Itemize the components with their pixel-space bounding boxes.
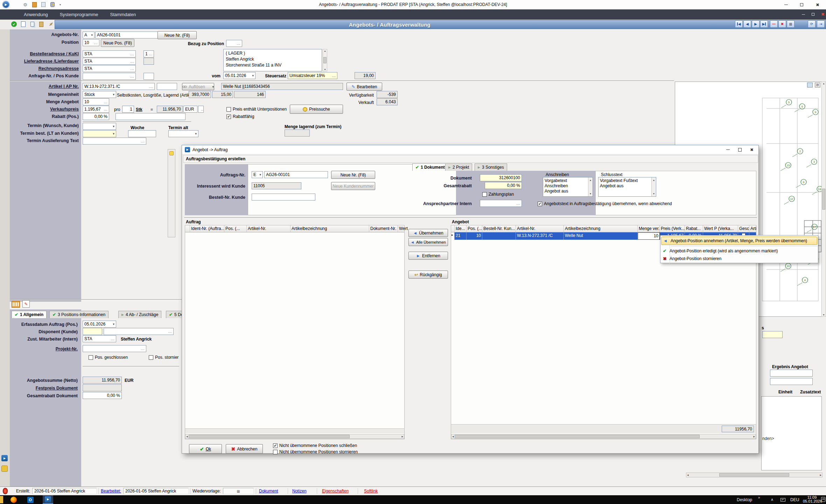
label-festpreis[interactable]: Festpreis Dokument [8,386,78,391]
entfernen-button[interactable]: ►Entfernen [408,252,448,260]
vom-date-input[interactable]: 05.01.2026▾ [223,72,255,79]
paste-icon[interactable] [38,21,45,28]
ergebnis-field-1[interactable] [770,370,813,377]
dialog-neue-nr-button[interactable]: Neue Nr. (F8) [331,171,375,179]
bezug-position-input[interactable]: … [226,40,242,47]
dock-yellow-icon[interactable] [1,465,8,472]
rueckgaengig-button[interactable]: ↩Rückgängig [408,271,448,279]
position-input[interactable]: 10… [83,39,99,46]
anschreiben-box[interactable]: Vorgabetext Anschreiben Angebot aus ▴▾ [543,177,593,197]
copy-icon[interactable] [29,21,36,28]
confirm-icon[interactable]: ✔ [10,21,18,28]
dokument-input[interactable]: 312600100 [480,174,522,181]
wiedervorlage-field[interactable]: ▦ [223,488,254,494]
termin-best-combo[interactable]: ▾ [83,130,116,137]
pos-geschlossen-checkbox[interactable]: Pos. geschlossen [89,355,128,360]
ergebnis-field-2[interactable] [770,378,813,385]
angebots-nr-input[interactable]: AN26-00101… [95,31,165,38]
rabattfaehig-checkbox[interactable]: ✔Rabattfähig [226,114,254,119]
network-icon[interactable] [780,498,785,502]
pos-kunde-input[interactable] [144,73,154,80]
bearbeitet-link[interactable]: Bearbeitet: [101,489,121,493]
tab-positions-informationen[interactable]: ✔3 Positions-Informationen [49,311,108,318]
drawing-image-icon[interactable] [807,83,813,88]
right-yellow-input[interactable] [762,331,783,338]
rabatt-text-input[interactable] [115,113,186,120]
projekt-nr-input[interactable]: … [83,345,146,352]
label-stk[interactable]: Stk [136,107,142,112]
note-icon[interactable] [169,151,174,155]
anfrage-nr-input[interactable]: … [83,73,136,80]
mitarbeiter-input[interactable]: STA… [83,335,116,342]
tab-debitoren[interactable]: ✔5 Debit [166,311,182,318]
nav-first-button[interactable]: ◀ [735,20,743,28]
menge-edit-cell[interactable]: 10 [638,232,660,240]
woche-input[interactable] [128,130,156,137]
remove-record-button[interactable]: — [770,20,778,28]
exit-form-button[interactable]: ⇥ [817,20,825,28]
termin-text-input[interactable]: … [83,138,146,145]
label-artikel[interactable]: Artikel | AP Nr. [9,84,79,89]
new-document-icon[interactable] [20,21,27,28]
nav-last-button[interactable]: ▶ [760,20,768,28]
angebots-nr-prefix-combo[interactable]: A▾ [83,31,94,38]
verkaufspreis-input[interactable]: 1.195,67… [83,106,109,113]
language-indicator[interactable]: DEU [790,497,799,502]
gesamtrabatt-input[interactable]: 0,00 % [485,182,522,189]
drawing-vscrollbar[interactable]: ▴▾ [821,82,826,317]
abbrechen-button[interactable]: ✖Abbrechen [226,444,263,454]
dialog-tab-sonstiges[interactable]: ▶3 Sonstiges [475,163,507,171]
kuki-input[interactable]: 1… [144,50,154,57]
dokument-link[interactable]: Dokument [259,489,278,493]
termin-alt-combo[interactable]: ▾ [168,130,198,137]
mengeneinheit-combo[interactable]: Stück▾ [83,91,116,98]
delete-record-button[interactable]: ✖ [778,20,786,28]
mdi-close-button[interactable]: ✖ [818,11,826,18]
taskbar-outlook-icon[interactable]: O [27,496,34,503]
mdi-minimize-button[interactable] [799,11,808,18]
dialog-maximize-button[interactable] [734,145,746,154]
zahlungsplan-checkbox[interactable]: Zahlungsplan [482,192,514,197]
dialog-title-bar[interactable]: ▶ Angebot -> Auftrag ✖ [182,145,758,154]
notizen-link[interactable]: Notizen [292,489,307,493]
nav-prev-button[interactable]: ◀ [743,20,751,28]
taskbar-firefox-icon[interactable] [10,496,17,503]
drawing-refresh-icon[interactable]: ⟳ [815,83,820,88]
tab-ab-zuschlaege[interactable]: ▶4 Ab- / Zuschläge [118,311,161,318]
angebot-hscrollbar[interactable]: ◂▸ [451,434,756,439]
menu-item-annehmen[interactable]: ◄ Angebot-Position annehmen (Artikel, Me… [661,237,817,245]
label-verkaufspreis[interactable]: Verkaufspreis [9,107,79,112]
disponent-name-input[interactable]: … [104,328,174,335]
bearbeiten-button[interactable]: ✎Bearbeiten [346,83,382,91]
nicht-uebernommene-stornieren-checkbox[interactable]: Nicht übernommene Positionen stornieren [273,449,358,454]
rechnungsadresse-input[interactable]: STA… [83,65,136,72]
currency-field[interactable]: EUR [183,106,197,113]
menu-systemprogramme[interactable]: Systemprogramme [60,12,98,17]
pos-storniert-checkbox[interactable]: Pos. stornier [149,355,182,360]
window-close-button[interactable]: ✖ [810,0,825,9]
neue-nr-button[interactable]: Neue Nr. (F8) [158,31,197,39]
angebotstext-checkbox[interactable]: ✔Angebotstext in Auftragsbestätigung übe… [538,201,672,206]
label-besteller[interactable]: Bestelleradresse / KuKI [9,51,79,56]
auftrag-hscrollbar[interactable]: ◂▸ [185,434,404,439]
dialog-tab-dokument[interactable]: ✔1 Dokument [412,163,448,171]
alle-uebernehmen-button[interactable]: ◄Alle Übernehmen [408,238,448,246]
nav-next-button[interactable]: ▶ [752,20,760,28]
notification-center-icon[interactable] [821,497,825,502]
window-minimize-button[interactable] [778,0,794,9]
menu-item-stornieren[interactable]: ✖ Angebot-Position stornieren [661,255,817,262]
mdi-restore-button[interactable] [808,11,818,18]
window-maximize-button[interactable] [794,0,809,9]
rabatt-input[interactable]: 0,00 % [83,113,109,120]
dialog-close-button[interactable]: ✖ [746,145,758,154]
pro-menge-input[interactable]: 1 [122,106,134,113]
neue-pos-button[interactable]: Neue Pos. (F8) [101,39,134,47]
taskbar-partial-icon[interactable] [0,496,3,503]
anschreiben-spinner[interactable]: ▴▾ [588,177,593,196]
label-liefer[interactable]: Lieferadresse /Lieferdauer [9,59,79,64]
besteller-input[interactable]: STA… [83,50,136,57]
ok-button[interactable]: ✔Ok [189,444,222,454]
wizard-icon[interactable]: ★ [47,21,54,28]
label-rechnung[interactable]: Rechnungsadresse [9,66,79,71]
dock-prodat-icon[interactable]: ▶ [1,455,8,461]
